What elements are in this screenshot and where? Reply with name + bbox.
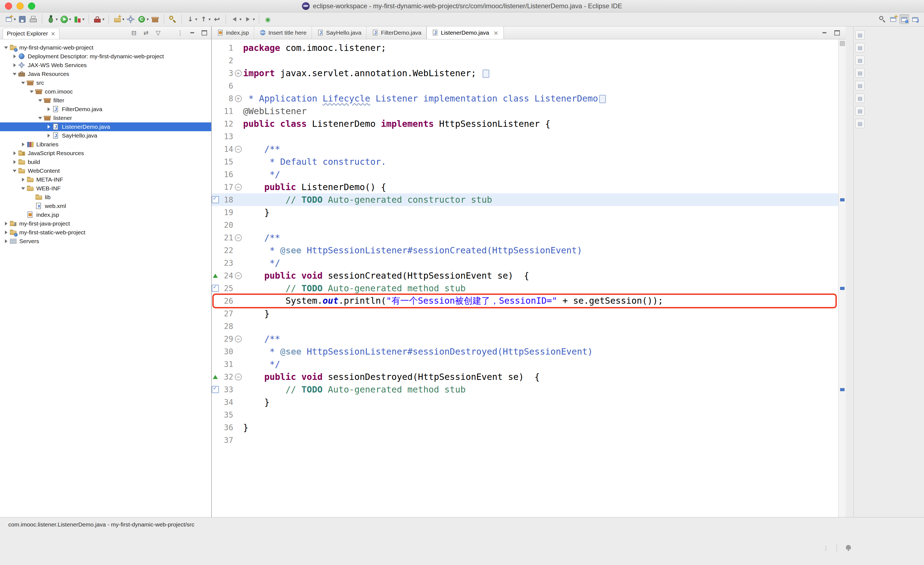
overview-task-marker[interactable] [840,287,844,290]
perspective-java-ee-button[interactable] [899,14,909,24]
console-view-icon[interactable]: ▤ [855,119,865,128]
tree-item-web-inf[interactable]: WEB-INF [0,184,211,193]
code-line-30[interactable]: 30 * @see HttpSessionListener#sessionDes… [212,345,838,358]
expand-arrow-icon[interactable] [45,134,52,138]
dropdown-caret-icon[interactable]: ▾ [82,17,85,22]
task-marker-icon[interactable] [212,386,219,393]
fold-collapse-icon[interactable]: − [235,146,242,153]
dropdown-caret-icon[interactable]: ▾ [69,17,71,22]
dropdown-caret-icon[interactable]: ▾ [147,17,149,22]
tree-item-meta-inf[interactable]: META-INF [0,175,211,184]
code-line-16[interactable]: 16 */ [212,168,838,181]
code-line-17[interactable]: 17− public ListenerDemo() { [212,181,838,193]
perspective-java-button[interactable] [910,14,920,24]
tree-item-web-xml[interactable]: web.xml [0,201,211,210]
expand-arrow-icon[interactable] [45,107,52,111]
tree-item-my-first-java-project[interactable]: my-first-java-project [0,219,211,228]
last-edit-location-button[interactable] [212,14,222,24]
code-line-33[interactable]: 33 // TODO Auto-generated method stub [212,383,838,396]
dropdown-caret-icon[interactable]: ▾ [14,17,16,22]
pin-editor-button[interactable] [263,14,273,24]
servers-view-icon[interactable]: ▤ [855,81,865,90]
code-line-8[interactable]: 8+ * Application Lifecycle Listener impl… [212,92,838,105]
link-with-editor-icon[interactable]: ⇄ [142,29,150,37]
code-line-37[interactable]: 37 [212,434,838,446]
dropdown-caret-icon[interactable]: ▾ [56,17,58,22]
overview-task-marker[interactable] [840,198,844,201]
run-external-tools-button[interactable]: ▾ [92,14,105,24]
expand-arrow-icon[interactable] [11,63,18,67]
outline-view-icon[interactable]: ▤ [855,43,865,52]
dropdown-caret-icon[interactable]: ▾ [195,17,198,22]
code-line-25[interactable]: 25 // TODO Auto-generated method stub [212,282,838,295]
tree-item-libraries[interactable]: Libraries [0,140,211,149]
tree-item-jax-ws-web-services[interactable]: JAX-WS Web Services [0,61,211,70]
new-package-button[interactable] [150,14,160,24]
tree-item-webcontent[interactable]: WebContent [0,167,211,175]
expand-arrow-icon[interactable] [11,54,18,58]
tree-item-my-first-static-web-project[interactable]: my-first-static-web-project [0,228,211,237]
task-list-view-icon[interactable]: ▤ [855,56,865,65]
tab-filterdemo-java[interactable]: FilterDemo.java [367,26,426,39]
expand-arrow-icon[interactable] [28,90,35,93]
debug-button[interactable]: ▾ [46,14,58,24]
code-line-24[interactable]: 24− public void sessionCreated(HttpSessi… [212,269,838,282]
code-line-22[interactable]: 22 * @see HttpSessionListener#sessionCre… [212,244,838,257]
zoom-button[interactable] [28,3,35,10]
coverage-button[interactable]: ▾ [73,14,85,24]
search-button[interactable] [168,14,178,24]
dropdown-caret-icon[interactable]: ▾ [208,17,211,22]
tree-item-listener[interactable]: listener [0,114,211,122]
expand-arrow-icon[interactable] [20,82,26,84]
code-line-3[interactable]: 3+import javax.servlet.annotation.WebLis… [212,67,838,80]
expand-arrow-icon[interactable] [11,160,18,164]
tree-item-java-resources[interactable]: Java Resources [0,70,211,78]
tree-item-listenerdemo-java[interactable]: ListenerDemo.java [0,122,211,131]
new-wizard-button[interactable]: ▾ [4,14,16,24]
expand-arrow-icon[interactable] [11,170,18,172]
tree-item-filter[interactable]: filter [0,96,211,105]
code-line-6[interactable]: 6 [212,80,838,92]
expand-arrow-icon[interactable] [3,230,9,234]
code-line-35[interactable]: 35 [212,409,838,421]
tree-item-my-first-dynamic-web-project[interactable]: my-first-dynamic-web-project [0,43,211,52]
code-line-18[interactable]: 18 // TODO Auto-generated constructor st… [212,193,838,206]
code-line-34[interactable]: 34 } [212,396,838,409]
tab-sayhello-java[interactable]: SayHello.java [312,26,367,39]
code-line-19[interactable]: 19 } [212,206,838,219]
new-class-button[interactable]: ▾ [136,14,149,24]
implements-marker-icon[interactable] [213,375,218,379]
collapsed-region-icon[interactable] [483,70,489,78]
new-servlet-button[interactable] [126,14,136,24]
minimize-button[interactable] [16,3,24,10]
previous-annotation-button[interactable]: ▾ [198,14,211,24]
code-line-2[interactable]: 2 [212,54,838,67]
back-button[interactable]: ▾ [230,14,242,24]
code-line-32[interactable]: 32− public void sessionDestroyed(HttpSes… [212,371,838,383]
fold-expand-icon[interactable]: + [235,70,242,77]
snippets-view-icon[interactable]: ▤ [855,106,865,116]
tree-item-deployment-descriptor-my-first-dynamic-web-project[interactable]: Deployment Descriptor: my-first-dynamic-… [0,52,211,61]
forward-button[interactable]: ▾ [243,14,255,24]
collapse-all-icon[interactable]: ⊟ [130,29,138,37]
tree-item-filterdemo-java[interactable]: FilterDemo.java [0,105,211,114]
collapsed-region-icon[interactable] [599,95,606,103]
tree-item-servers[interactable]: Servers [0,237,211,246]
expand-arrow-icon[interactable] [37,117,44,119]
maximize-view-icon[interactable] [200,29,208,37]
code-area[interactable]: 1package com.imooc.listener;23+import ja… [212,39,838,517]
fold-collapse-icon[interactable]: − [235,374,242,380]
run-button[interactable]: ▾ [59,14,72,24]
expand-arrow-icon[interactable] [45,125,52,129]
expand-arrow-icon[interactable] [20,143,26,146]
tab-listenerdemo-java[interactable]: ListenerDemo.java× [426,26,504,39]
minimize-editor-icon[interactable] [820,29,829,37]
fold-collapse-icon[interactable]: − [235,272,242,279]
implements-marker-icon[interactable] [213,274,218,278]
data-source-explorer-view-icon[interactable]: ▤ [855,93,865,103]
expand-arrow-icon[interactable] [3,47,9,49]
task-marker-icon[interactable] [212,196,219,203]
tree-item-build[interactable]: build [0,158,211,167]
view-menu-icon[interactable]: ⋮ [176,29,184,37]
tree-item-com-imooc[interactable]: com.imooc [0,87,211,96]
